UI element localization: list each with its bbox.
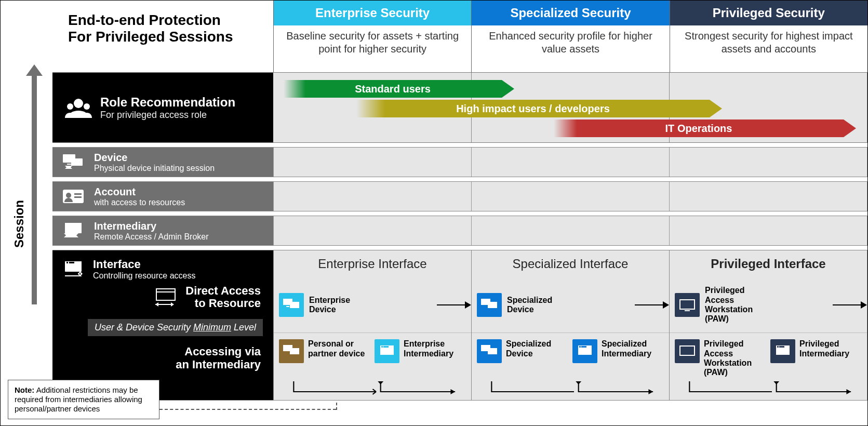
svg-rect-32 [579, 346, 581, 348]
direct-specialized: Specialized Device [472, 277, 669, 333]
layer-device: DevicePhysical device initiating session [52, 147, 867, 177]
svg-point-1 [67, 103, 73, 110]
col-privileged: Privileged Interface Privileged Access W… [669, 250, 867, 400]
note-box: Note: Additional restrictions may be req… [8, 380, 159, 419]
role-bar-highimpact: High impact users / developers [356, 100, 710, 117]
svg-point-7 [66, 193, 71, 198]
iface-title-specialized: Specialized Interface [472, 250, 669, 277]
via-device-icon-specialized [477, 339, 502, 363]
direct-device-privileged: Privileged Access Workstation (PAW) [705, 286, 767, 324]
page-title: End-to-end Protection For Privileged Ses… [68, 12, 263, 45]
svg-rect-20 [286, 306, 289, 307]
svg-rect-9 [74, 196, 82, 198]
role-sub: For privileged access role [100, 110, 235, 121]
svg-rect-34 [680, 300, 695, 309]
layer-intermediary-title: Intermediary [94, 220, 209, 232]
note-label: Note: [15, 385, 34, 394]
tier-title-privileged: Privileged Security [670, 1, 867, 25]
intermediary-icon-privileged [770, 339, 795, 363]
iface-title-privileged: Privileged Interface [670, 250, 867, 277]
via-intermediary-label: Accessing via an Intermediary [176, 345, 261, 370]
svg-rect-19 [290, 302, 299, 308]
device-icon-enterprise [279, 293, 304, 317]
tier-desc-enterprise: Baseline security for assets + starting … [274, 25, 471, 56]
device-icon-privileged [675, 293, 700, 317]
svg-rect-8 [74, 193, 82, 195]
content-grid: End-to-end Protection For Privileged Ses… [52, 1, 867, 425]
layer-intermediary: IntermediaryRemote Access / Admin Broker [52, 216, 867, 246]
session-axis-label: Session [12, 200, 26, 248]
svg-rect-4 [71, 158, 83, 166]
via-interm-enterprise: Enterprise Intermediary [404, 339, 466, 358]
via-device-icon-privileged [675, 339, 700, 363]
svg-rect-39 [779, 346, 784, 348]
col-specialized: Specialized Interface Specialized Device… [471, 250, 669, 400]
tier-header-specialized: Specialized Security Enhanced security p… [471, 1, 669, 72]
tier-header-privileged: Privileged Security Strongest security f… [670, 1, 867, 72]
via-privileged: Privileged Access Workstation (PAW) Priv… [670, 333, 867, 400]
svg-rect-15 [69, 262, 74, 263]
layer-account-sub: with access to resources [94, 198, 185, 207]
interface-row: InterfaceControlling resource access Dir… [52, 250, 867, 401]
svg-point-2 [84, 103, 90, 110]
note-connector-line [159, 409, 336, 410]
users-icon [65, 97, 92, 118]
page-title-block: End-to-end Protection For Privileged Ses… [52, 1, 273, 72]
svg-rect-33 [581, 346, 586, 348]
svg-rect-36 [680, 346, 695, 355]
role-bar-itops: IT Operations [554, 119, 844, 137]
intermediary-icon-enterprise [375, 339, 399, 363]
direct-device-specialized: Specialized Device [507, 296, 569, 315]
tier-header-enterprise: Enterprise Security Baseline security fo… [273, 1, 471, 72]
interface-body: Enterprise Interface Enterprise Device P… [273, 250, 867, 400]
role-bars: Standard users High impact users / devel… [273, 73, 867, 142]
svg-rect-22 [290, 348, 299, 354]
interface-title: Interface [93, 258, 195, 271]
session-axis: Session [9, 151, 30, 297]
interface-sub: Controlling resource access [93, 271, 195, 281]
svg-rect-11 [65, 223, 82, 225]
flow-specialized [489, 381, 659, 396]
arrow-icon [833, 304, 862, 305]
layer-account-title: Account [94, 186, 185, 198]
col-enterprise: Enterprise Interface Enterprise Device P… [273, 250, 471, 400]
tier-desc-privileged: Strongest security for highest impact as… [670, 25, 867, 56]
via-specialized: Specialized Device Specialized Intermedi… [472, 333, 669, 400]
intermediary-icon-specialized [572, 339, 597, 363]
diagram-root: Session End-to-end Protection For Privil… [0, 0, 868, 426]
svg-rect-38 [777, 346, 779, 348]
svg-rect-28 [488, 302, 497, 308]
svg-rect-14 [66, 262, 68, 263]
direct-enterprise: Enterprise Device [274, 277, 471, 333]
via-device-specialized: Specialized Device [506, 339, 568, 358]
layer-intermediary-sub: Remote Access / Admin Broker [94, 232, 209, 242]
role-left: Role Recommendation For privileged acces… [52, 73, 273, 142]
layer-account: Accountwith access to resources [52, 181, 867, 211]
svg-rect-25 [381, 346, 383, 348]
svg-rect-26 [383, 346, 389, 348]
role-bar-standard: Standard users [284, 80, 502, 98]
role-row: Role Recommendation For privileged acces… [52, 72, 867, 143]
svg-rect-5 [67, 164, 71, 165]
device-icon-specialized [477, 293, 502, 317]
via-device-enterprise: Personal or partner device [308, 339, 370, 358]
arrow-icon [437, 304, 466, 305]
svg-rect-16 [156, 289, 175, 300]
layer-device-sub: Physical device initiating session [94, 164, 215, 173]
device-icon [62, 153, 85, 171]
header-row: End-to-end Protection For Privileged Ses… [52, 1, 867, 72]
flow-enterprise [291, 381, 461, 396]
svg-point-0 [74, 99, 83, 108]
session-arrow-icon [32, 76, 37, 304]
iface-title-enterprise: Enterprise Interface [274, 250, 471, 277]
arrow-icon [635, 304, 664, 305]
flow-privileged [687, 381, 857, 396]
window-arrow-icon [153, 288, 178, 307]
via-device-privileged: Privileged Access Workstation (PAW) [704, 339, 766, 378]
direct-device-enterprise: Enterprise Device [309, 296, 371, 315]
tier-desc-specialized: Enhanced security profile for higher val… [472, 25, 669, 56]
account-icon [62, 189, 85, 204]
via-interm-specialized: Specialized Intermediary [602, 339, 664, 358]
interface-icon [62, 260, 85, 278]
svg-rect-30 [488, 348, 497, 354]
